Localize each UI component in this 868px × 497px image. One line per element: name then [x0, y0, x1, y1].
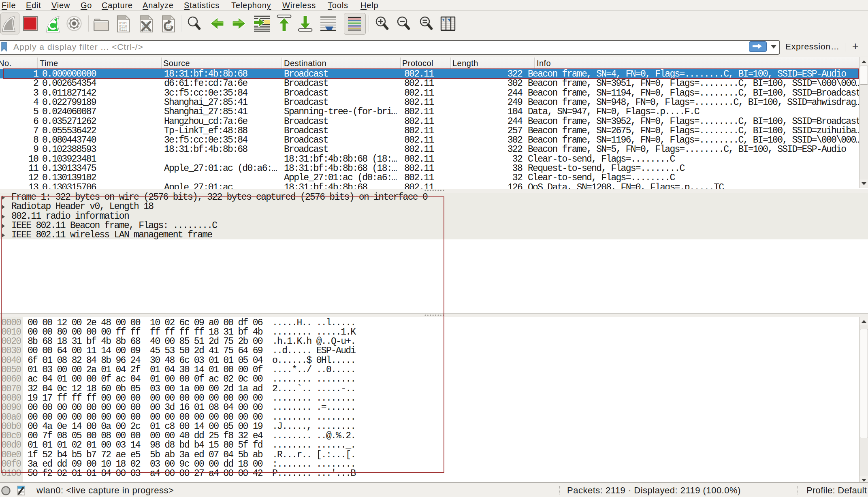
svg-text:0111: 0111: [119, 28, 127, 32]
